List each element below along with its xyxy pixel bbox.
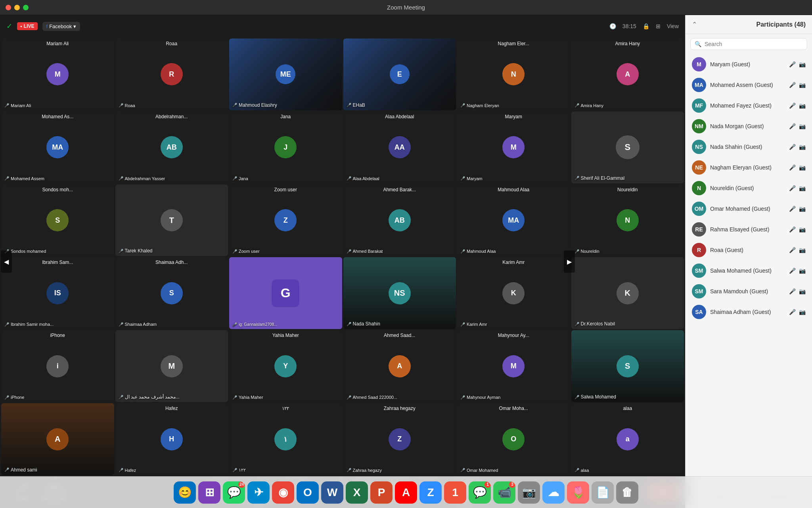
video-cell[interactable]: A Amira Hany 🎤 Amira Hany [571, 38, 684, 110]
participant-row[interactable]: NE Nagham Eleryan (Guest) 🎤 📷 [687, 157, 810, 178]
traffic-lights[interactable] [6, 5, 29, 10]
dock-facetime-icon[interactable]: 📹3 [493, 481, 515, 504]
video-cell[interactable]: NS 🎤 Nada Shahin [343, 257, 456, 329]
video-cell[interactable]: a alaa 🎤 alaa [571, 403, 684, 475]
participant-row[interactable]: OM Omar Mohamed (Guest) 🎤 📷 [687, 198, 810, 219]
video-cell[interactable]: ME 🎤 Mahmoud Elashry [229, 38, 342, 110]
mute-indicator: 🎤 [460, 103, 465, 108]
video-cell[interactable]: Y Yahia Maher 🎤 Yahia Maher [229, 330, 342, 402]
main-layout: ✓ LIVE f Facebook ▾ 🕐 38:15 🔒 ⊞ View M M… [0, 15, 812, 508]
dock-zoom-icon[interactable]: Z [419, 481, 442, 504]
video-cell[interactable]: S 🎤 Sherif Ali El-Gammal [571, 112, 684, 183]
dock-acrobat-icon[interactable]: A [395, 481, 417, 504]
cell-name-top: Mariam Ali [4, 41, 111, 46]
video-cell[interactable]: AB Ahmed Barak... 🎤 Ahmed Barakat [343, 185, 456, 256]
video-cell[interactable]: M Mariam Ali 🎤 Mariam Ali [1, 38, 114, 110]
video-cell[interactable]: K Karim Amr 🎤 Karim Amr [457, 257, 570, 329]
video-cell[interactable]: i iPhone 🎤 iPhone [1, 330, 114, 402]
video-cell[interactable]: M Mahynour Ay... 🎤 Mahynour Ayman [457, 330, 570, 402]
video-cell[interactable]: M 🎤 محمد أشرف محمد عبد ال... [115, 330, 228, 402]
video-cell[interactable]: H Hafez 🎤 Hafez [115, 403, 228, 475]
video-cell[interactable]: O Omar Moha... 🎤 Omar Mohamed [457, 403, 570, 475]
dock-whatsapp-icon[interactable]: 💬24 [223, 481, 245, 504]
prev-page-button[interactable]: ◀ [1, 250, 12, 273]
next-page-button[interactable]: ▶ [564, 250, 575, 273]
participant-row[interactable]: SM Sara Mamdouh (Guest) 🎤 📷 [687, 281, 810, 302]
video-cell[interactable]: E 🎤 EHaB [343, 38, 456, 110]
dock-trash-icon[interactable]: 🗑 [616, 481, 638, 504]
dock-excel-icon[interactable]: X [346, 481, 368, 504]
dock-icloud-icon[interactable]: ☁ [542, 481, 565, 504]
video-cell[interactable]: T 🎤 Tarek Khaled [115, 185, 228, 256]
video-cell[interactable]: S 🎤 Salwa Mohamed [571, 330, 684, 402]
cell-name-top: Abdelrahman... [119, 114, 225, 119]
mute-indicator: 🎤 [347, 249, 351, 254]
participant-row[interactable]: SA Shaimaa Adham (Guest) 🎤 📷 [687, 302, 810, 322]
cell-name-top: Ahmed Barak... [347, 187, 453, 192]
video-cell[interactable]: R Roaa 🎤 Roaa [115, 38, 228, 110]
participant-row[interactable]: NM Nada Morgan (Guest) 🎤 📷 [687, 116, 810, 137]
video-cell[interactable]: Z Zahraa hegazy 🎤 Zahraa hegazy [343, 403, 456, 475]
participant-row[interactable]: MF Mohamed Fayez (Guest) 🎤 📷 [687, 95, 810, 116]
participant-avatar: SM [692, 264, 706, 278]
video-cell[interactable]: J Jana 🎤 Jana [229, 112, 342, 183]
video-cell[interactable]: K 🎤 Dr.Kerolos Nabil [571, 257, 684, 329]
video-cell[interactable]: A Ahmed Saad... 🎤 Ahmed Saad 222000... [343, 330, 456, 402]
participant-row[interactable]: R Roaa (Guest) 🎤 📷 [687, 240, 810, 260]
minimize-button[interactable] [14, 5, 20, 10]
dock-chrome-icon[interactable]: ◉ [272, 481, 294, 504]
panel-header: ⌃ Participants (48) [686, 15, 812, 34]
participant-row[interactable]: M Maryam (Guest) 🎤 📷 [687, 54, 810, 75]
video-cell[interactable]: ١ ١٢٢ 🎤 ١٢٢ [229, 403, 342, 475]
dock-telegram-icon[interactable]: ✈ [247, 481, 270, 504]
participant-row[interactable]: NS Nada Shahin (Guest) 🎤 📷 [687, 137, 810, 157]
video-cell[interactable]: AB Abdelrahman... 🎤 Abdelrahman Yasser [115, 112, 228, 183]
dock-calendar-icon[interactable]: 1 [444, 481, 466, 504]
mute-indicator: 🎤 [232, 395, 237, 400]
participant-name: Rahma Elsayed (Guest) [710, 226, 785, 233]
video-cell[interactable]: M Maryam 🎤 Maryam [457, 112, 570, 183]
maximize-button[interactable] [23, 5, 29, 10]
video-cell[interactable]: IS Ibrahim Sam... 🎤 Ibrahim Samir moha..… [1, 257, 114, 329]
close-button[interactable] [6, 5, 11, 10]
camera-off-icon: 📷 [799, 247, 806, 253]
cell-name-bottom: 🎤 Ahmed Saad 222000... [347, 395, 453, 400]
mute-indicator: 🎤 [460, 395, 465, 400]
mic-muted-icon: 🎤 [789, 102, 796, 109]
video-cell[interactable]: A 🎤 Ahmed sami [1, 403, 114, 475]
cell-name-top: Ahmed Saad... [347, 333, 453, 338]
video-cell[interactable]: S Sondos moh... 🎤 Sondos mohamed [1, 185, 114, 256]
dock-finder-icon[interactable]: 😊 [174, 481, 196, 504]
dock: 😊⊞💬24✈◉OWXPAZ1💬1📹3📷☁🌷📄🗑 [0, 476, 812, 508]
clock-icon: 🕐 [609, 23, 616, 29]
cell-name-top: iPhone [4, 333, 111, 338]
participant-row[interactable]: RE Rahma Elsayed (Guest) 🎤 📷 [687, 219, 810, 240]
video-cell[interactable]: Z Zoom user 🎤 Zoom user [229, 185, 342, 256]
participant-icons: 🎤 📷 [789, 226, 806, 233]
camera-off-icon: 📷 [799, 61, 806, 67]
video-cell[interactable]: N Nagham Eler... 🎤 Nagham Eleryan [457, 38, 570, 110]
video-cell[interactable]: S Shaimaa Adh... 🎤 Shaimaa Adham [115, 257, 228, 329]
video-cell[interactable]: AA Alaa Abdelaal 🎤 Alaa Abdelaal [343, 112, 456, 183]
search-input[interactable] [705, 41, 803, 47]
dock-photos-icon[interactable]: 🌷 [567, 481, 589, 504]
dock-files-icon[interactable]: 📄 [592, 481, 614, 504]
live-badge: LIVE [17, 22, 38, 30]
facebook-button[interactable]: f Facebook ▾ [42, 22, 80, 31]
participant-row[interactable]: SM Salwa Mohamed (Guest) 🎤 📷 [687, 260, 810, 281]
dock-outlook-icon[interactable]: O [297, 481, 319, 504]
video-cell[interactable]: G 🎤 ig: Gannaislam2708... [229, 257, 342, 329]
dock-word-icon[interactable]: W [321, 481, 343, 504]
video-cell[interactable]: N Noureldin 🎤 Noureldin [571, 185, 684, 256]
dock-preview-icon[interactable]: 📷 [518, 481, 540, 504]
participant-row[interactable]: N Noureldin (Guest) 🎤 📷 [687, 178, 810, 198]
video-cell[interactable]: MA Mohamed As... 🎤 Mohamed Assem [1, 112, 114, 183]
video-cell[interactable]: MA Mahmoud Alaa 🎤 Mahmoud Alaa [457, 185, 570, 256]
dock-messages-icon[interactable]: 💬1 [469, 481, 491, 504]
dock-launchpad-icon[interactable]: ⊞ [198, 481, 220, 504]
participant-row[interactable]: MA Mohamed Assem (Guest) 🎤 📷 [687, 75, 810, 95]
cell-name: 🎤 Ahmed sami [4, 467, 111, 473]
dock-powerpoint-icon[interactable]: P [370, 481, 393, 504]
cell-name-top: alaa [575, 406, 681, 411]
collapse-button[interactable]: ⌃ [692, 21, 697, 28]
